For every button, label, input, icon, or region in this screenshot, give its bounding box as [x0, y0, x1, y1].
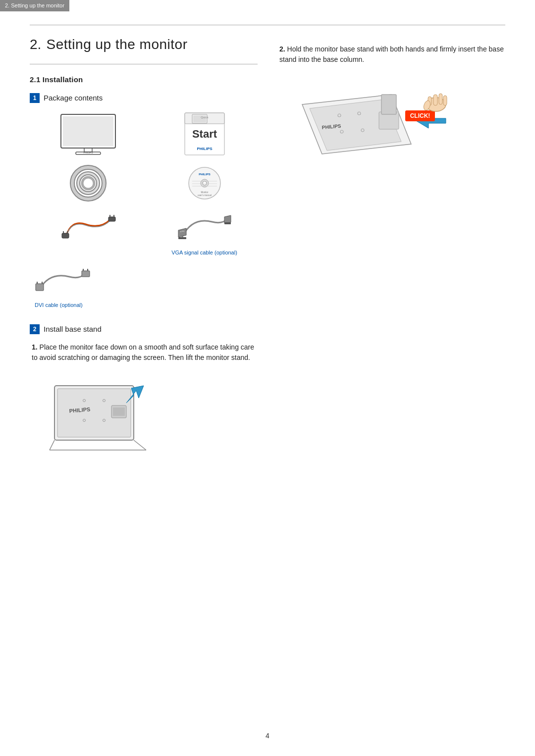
- badge-1: 1: [30, 93, 40, 103]
- badge2-label: Install base stand: [44, 324, 102, 335]
- breadcrumb-label: 2. Setting up the monitor: [5, 2, 64, 8]
- powercable-icon: [61, 209, 115, 247]
- powercord-item: [35, 162, 141, 204]
- dvi-label: DVI cable (optional): [35, 301, 83, 309]
- svg-marker-32: [178, 228, 186, 237]
- svg-point-38: [183, 231, 184, 232]
- badge-2: 2: [30, 324, 40, 334]
- svg-rect-42: [82, 271, 90, 277]
- step1-text: 1. Place the monitor face down on a smoo…: [32, 342, 258, 363]
- monitor-item: PHILIPS: [35, 110, 141, 157]
- svg-point-16: [82, 177, 94, 189]
- step2-description: Hold the monitor base stand with both ha…: [279, 45, 504, 63]
- package-grid: PHILIPS Quick Start: [35, 110, 258, 257]
- breadcrumb: 2. Setting up the monitor: [0, 0, 69, 11]
- svg-point-19: [203, 181, 207, 185]
- badge1-label: Package contents: [44, 93, 103, 104]
- svg-text:PHILIPS: PHILIPS: [83, 151, 93, 154]
- section-title: Setting up the monitor: [47, 37, 188, 52]
- step1-description: Place the monitor face down on a smooth …: [32, 343, 254, 361]
- svg-rect-72: [443, 96, 447, 105]
- svg-rect-71: [439, 94, 442, 104]
- powercord-icon: [61, 162, 115, 204]
- svg-marker-34: [224, 215, 231, 223]
- step2-text: 2. Hold the monitor base stand with both…: [279, 44, 505, 65]
- step2-illustration: PHILIPS CLICK!: [282, 80, 505, 197]
- quickstart-item: Quick Start PHILIPS: [151, 110, 258, 157]
- step2-num: 2.: [279, 45, 285, 53]
- svg-rect-35: [224, 222, 231, 224]
- svg-rect-29: [108, 217, 115, 221]
- svg-line-48: [134, 440, 146, 450]
- svg-text:CLICK!: CLICK!: [410, 112, 430, 119]
- subsection-title: 2.1 Installation: [30, 74, 258, 86]
- vga-item: VGA signal cable (optional): [151, 209, 258, 257]
- section-number: 2.: [30, 37, 41, 52]
- quickstart-icon: Quick Start PHILIPS: [175, 110, 234, 157]
- title-divider: [30, 64, 258, 64]
- vga-label: VGA signal cable (optional): [171, 249, 237, 257]
- top-divider: [30, 25, 505, 25]
- svg-line-47: [50, 440, 54, 450]
- dvi-icon: [35, 262, 89, 299]
- badge-row-2: 2 Install base stand: [30, 324, 258, 335]
- vga-icon: [177, 209, 232, 247]
- right-column: 2. Hold the monitor base stand with both…: [277, 34, 505, 473]
- svg-text:Quick: Quick: [201, 116, 209, 119]
- step1-num: 1.: [32, 343, 38, 351]
- svg-rect-39: [36, 284, 44, 291]
- svg-point-36: [180, 231, 181, 232]
- monitor-icon: PHILIPS: [56, 110, 120, 157]
- step2-svg: PHILIPS CLICK!: [282, 80, 451, 194]
- cd-icon: PHILIPS Monitor user's manual: [177, 162, 232, 204]
- dvi-item: DVI cable (optional): [35, 262, 258, 309]
- powercable-item: [35, 209, 141, 257]
- svg-rect-56: [113, 407, 125, 416]
- svg-rect-70: [433, 95, 437, 105]
- page-number: 4: [266, 731, 269, 741]
- svg-text:user's manual: user's manual: [198, 194, 212, 197]
- svg-rect-65: [381, 95, 396, 114]
- svg-text:PHILIPS: PHILIPS: [197, 147, 213, 151]
- step1-illustration: PHILIPS: [40, 371, 258, 473]
- svg-text:Start: Start: [192, 128, 217, 140]
- svg-rect-1: [63, 116, 113, 146]
- svg-point-37: [182, 231, 183, 232]
- left-column: 2. Setting up the monitor 2.1 Installati…: [30, 34, 258, 473]
- step1-svg: PHILIPS: [40, 371, 159, 470]
- svg-rect-26: [62, 233, 69, 238]
- badge-row-1: 1 Package contents: [30, 93, 258, 104]
- svg-text:Monitor: Monitor: [201, 191, 209, 194]
- svg-text:PHILIPS: PHILIPS: [199, 173, 210, 176]
- cd-item: PHILIPS Monitor user's manual: [151, 162, 258, 204]
- svg-rect-33: [178, 237, 186, 239]
